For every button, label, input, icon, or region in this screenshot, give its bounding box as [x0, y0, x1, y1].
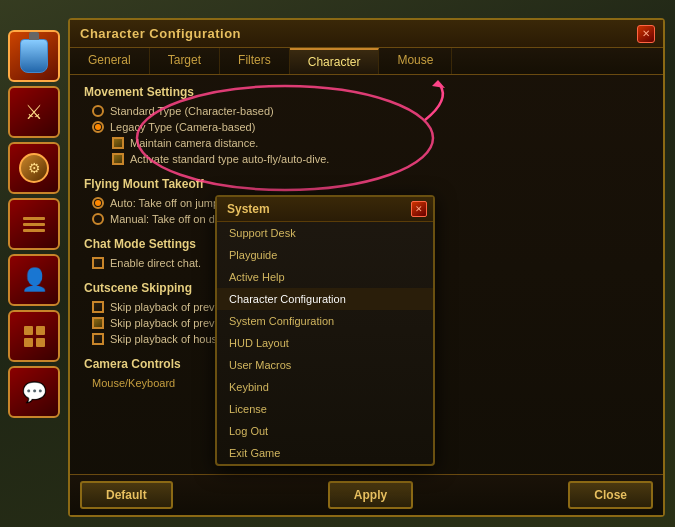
popup-item-playguide[interactable]: Playguide — [217, 244, 433, 266]
popup-item-macros[interactable]: User Macros — [217, 354, 433, 376]
popup-close-button[interactable]: ✕ — [411, 201, 427, 217]
close-button[interactable]: Close — [568, 481, 653, 509]
option-legacy-label: Legacy Type (Camera-based) — [110, 121, 255, 133]
flying-section-title: Flying Mount Takeoff — [84, 177, 649, 191]
popup-item-hud[interactable]: HUD Layout — [217, 332, 433, 354]
sidebar-item-list[interactable] — [8, 198, 60, 250]
popup-item-system-config[interactable]: System Configuration — [217, 310, 433, 332]
bag-icon: ⚙ — [16, 150, 52, 186]
popup-title: System — [227, 202, 270, 216]
sidebar-item-bag[interactable]: ⚙ — [8, 142, 60, 194]
option-direct-chat-label: Enable direct chat. — [110, 257, 201, 269]
option-maintain-camera: Maintain camera distance. — [104, 137, 649, 149]
popup-item-support[interactable]: Support Desk — [217, 222, 433, 244]
list-icon — [16, 206, 52, 242]
tab-character[interactable]: Character — [290, 48, 380, 74]
checkbox-skip-1[interactable] — [92, 301, 104, 313]
character-icon — [16, 38, 52, 74]
default-button[interactable]: Default — [80, 481, 173, 509]
radio-manual-takeoff[interactable] — [92, 213, 104, 225]
popup-item-exit[interactable]: Exit Game — [217, 442, 433, 464]
tabs-bar: General Target Filters Character Mouse — [70, 48, 663, 75]
sidebar-item-user[interactable]: 👤 — [8, 254, 60, 306]
option-auto-takeoff-label: Auto: Take off on jump — [110, 197, 219, 209]
tab-general[interactable]: General — [70, 48, 150, 74]
sidebar-item-character[interactable] — [8, 30, 60, 82]
window-close-button[interactable]: ✕ — [637, 25, 655, 43]
combat-icon: ⚔ — [16, 94, 52, 130]
tab-target[interactable]: Target — [150, 48, 220, 74]
checkbox-skip-3[interactable] — [92, 333, 104, 345]
movement-section-title: Movement Settings — [84, 85, 649, 99]
tab-filters[interactable]: Filters — [220, 48, 290, 74]
sidebar-item-combat[interactable]: ⚔ — [8, 86, 60, 138]
popup-item-active-help[interactable]: Active Help — [217, 266, 433, 288]
checkbox-direct-chat[interactable] — [92, 257, 104, 269]
apply-button[interactable]: Apply — [328, 481, 413, 509]
option-autofly-label: Activate standard type auto-fly/auto-div… — [130, 153, 329, 165]
popup-item-keybind[interactable]: Keybind — [217, 376, 433, 398]
tab-mouse[interactable]: Mouse — [379, 48, 452, 74]
system-popup: System ✕ Support Desk Playguide Active H… — [215, 195, 435, 466]
checkbox-autofly[interactable] — [112, 153, 124, 165]
popup-titlebar: System ✕ — [217, 197, 433, 222]
radio-auto-takeoff[interactable] — [92, 197, 104, 209]
bottom-bar: Default Apply Close — [70, 474, 663, 515]
sidebar-item-grid[interactable] — [8, 310, 60, 362]
popup-item-license[interactable]: License — [217, 398, 433, 420]
radio-legacy[interactable] — [92, 121, 104, 133]
chat-icon: 💬 — [16, 374, 52, 410]
checkbox-maintain-camera[interactable] — [112, 137, 124, 149]
option-standard-type: Standard Type (Character-based) — [84, 105, 649, 117]
sidebar: ⚔ ⚙ 👤 💬 — [0, 20, 68, 527]
option-standard-label: Standard Type (Character-based) — [110, 105, 274, 117]
option-maintain-camera-label: Maintain camera distance. — [130, 137, 258, 149]
window-title: Character Configuration — [80, 26, 241, 41]
movement-subsection: Maintain camera distance. Activate stand… — [84, 137, 649, 165]
user-icon: 👤 — [16, 262, 52, 298]
radio-standard[interactable] — [92, 105, 104, 117]
option-skip-1-label: Skip playback of previ... — [110, 301, 226, 313]
grid-icon — [16, 318, 52, 354]
popup-item-char-config[interactable]: Character Configuration — [217, 288, 433, 310]
option-autofly: Activate standard type auto-fly/auto-div… — [104, 153, 649, 165]
option-skip-2-label: Skip playback of previ... — [110, 317, 226, 329]
option-legacy-type: Legacy Type (Camera-based) — [84, 121, 649, 133]
sidebar-item-chat[interactable]: 💬 — [8, 366, 60, 418]
option-skip-3-label: Skip playback of housi... — [110, 333, 229, 345]
checkbox-skip-2[interactable] — [92, 317, 104, 329]
window-titlebar: Character Configuration ✕ — [70, 20, 663, 48]
option-manual-takeoff-label: Manual: Take off on do... — [110, 213, 230, 225]
popup-item-logout[interactable]: Log Out — [217, 420, 433, 442]
